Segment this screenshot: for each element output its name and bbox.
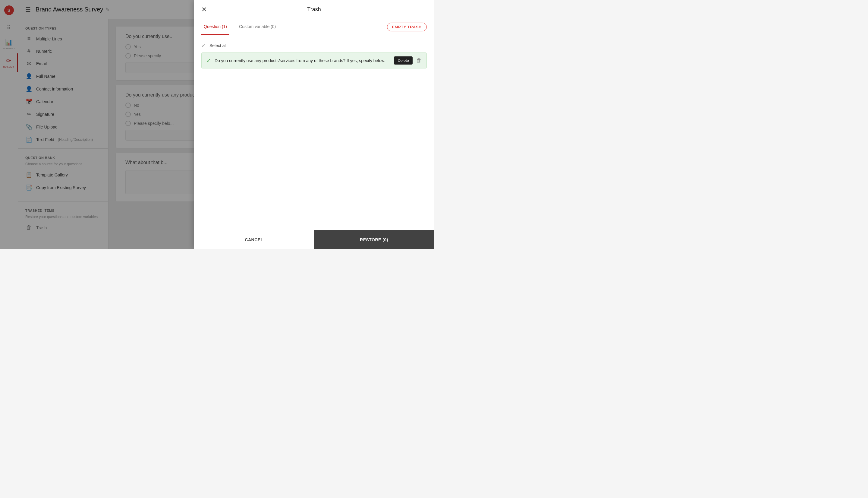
trash-question-text: Do you currently use any products/servic…: [215, 58, 390, 63]
modal-tab-custom-variable[interactable]: Custom variable (0): [236, 19, 278, 35]
cancel-button[interactable]: CANCEL: [194, 230, 314, 249]
delete-button[interactable]: Delete: [394, 56, 412, 65]
empty-trash-button[interactable]: EMPTY TRASH: [387, 23, 427, 31]
modal-body: ✓ Select all ✓ Do you currently use any …: [194, 35, 434, 230]
modal-tab-question[interactable]: Question (1): [201, 19, 229, 35]
question-check-icon: ✓: [206, 57, 211, 64]
modal-footer: CANCEL RESTORE (0): [194, 230, 434, 249]
select-all-row[interactable]: ✓ Select all: [201, 40, 427, 52]
trash-bin-icon[interactable]: 🗑: [416, 57, 422, 64]
trash-question-row: ✓ Do you currently use any products/serv…: [201, 52, 427, 68]
modal-tabs: Question (1) Custom variable (0) EMPTY T…: [194, 19, 434, 35]
modal-tab-custom-variable-label: Custom variable (0): [239, 24, 276, 29]
trash-modal: ✕ Trash Question (1) Custom variable (0)…: [194, 0, 434, 249]
modal-header: ✕ Trash: [194, 0, 434, 19]
restore-button[interactable]: RESTORE (0): [314, 230, 434, 249]
select-all-check-icon: ✓: [201, 42, 206, 49]
modal-title: Trash: [307, 6, 321, 13]
modal-close-button[interactable]: ✕: [201, 6, 207, 14]
select-all-label: Select all: [209, 43, 227, 48]
modal-tab-question-label: Question (1): [204, 24, 227, 29]
